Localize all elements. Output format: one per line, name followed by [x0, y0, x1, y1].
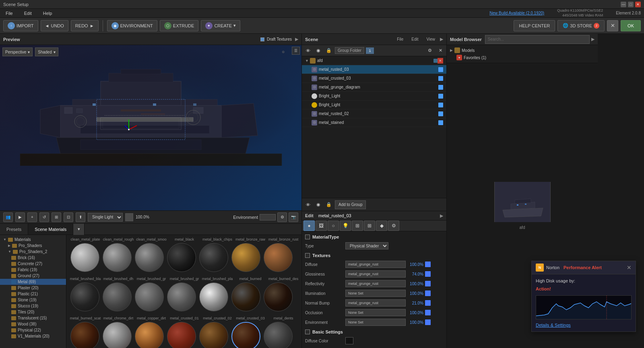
mat-item-metal-chrome-dirt[interactable]: [102, 321, 132, 348]
import-button[interactable]: ↑ IMPORT: [3, 20, 38, 31]
mat-item-metal-crusted-01[interactable]: [166, 321, 197, 348]
scene-settings-button[interactable]: ⚙: [425, 46, 434, 55]
scene-circle-button[interactable]: ◉: [314, 46, 323, 55]
norton-close-button[interactable]: ✕: [627, 264, 632, 271]
mat-folder-plaster[interactable]: Plaster (20): [0, 285, 66, 291]
reflectivity-dot[interactable]: [425, 281, 431, 286]
ok-button[interactable]: OK: [621, 20, 641, 31]
mat-item-clean-metal-plate[interactable]: [70, 242, 100, 273]
mat-item-metal-brushed-bla[interactable]: [70, 282, 100, 312]
mat-item-metal-burned-des[interactable]: [263, 282, 293, 312]
close-x-button[interactable]: ✕: [607, 20, 618, 31]
scene-close-button[interactable]: ✕: [436, 46, 445, 55]
store-button[interactable]: 🌐 3D STORE 2: [557, 20, 605, 31]
menu-help[interactable]: Help: [41, 10, 55, 16]
illumination-texture-box[interactable]: None Set: [345, 290, 406, 297]
normal-bump-texture-box[interactable]: metal_grunge_rust: [345, 299, 406, 307]
mat-folder-plastic[interactable]: Plastic (21): [0, 291, 66, 297]
mat-item-metal-brushed-gr1[interactable]: [134, 282, 165, 312]
material-uv-button[interactable]: ⊞: [352, 220, 363, 231]
scene-item-metal-crusted-03[interactable]: ⊡ metal_crusted_03: [302, 74, 446, 83]
material-image-button[interactable]: 🖼: [316, 220, 327, 231]
timeline-settings-button[interactable]: ⚙: [277, 212, 287, 222]
diffuse-texture-box[interactable]: metal_grunge_rust: [345, 261, 406, 268]
timeline-add-button[interactable]: +: [27, 212, 37, 222]
scene-tab-view[interactable]: View: [423, 36, 439, 42]
timeline-export-button[interactable]: ⬆: [76, 212, 85, 222]
scene-item-metal-grunge-diagram[interactable]: ⊡ metal_grunge_diagram: [302, 83, 446, 92]
basic-settings-checkbox[interactable]: [305, 329, 310, 334]
new-build-link[interactable]: New Build Available (2.0.1920): [489, 11, 544, 15]
close-button[interactable]: ✕: [635, 2, 641, 7]
reflectivity-texture-box[interactable]: metal_grunge_rust: [345, 280, 406, 287]
redo-button[interactable]: REDO ►: [71, 20, 99, 31]
mat-item-metal-brushed-gr2[interactable]: [166, 282, 197, 312]
scene-tab-edit[interactable]: Edit: [408, 36, 421, 42]
scene-item-metal-rusted-02[interactable]: ⊡ metal_rusted_02: [302, 109, 446, 118]
menu-edit[interactable]: Edit: [22, 10, 34, 16]
browser-expand-icon[interactable]: ▶: [591, 37, 594, 42]
browser-search-input[interactable]: [485, 35, 590, 44]
scene-vis-button[interactable]: 👁: [303, 46, 312, 55]
scene-bottom-vis-button[interactable]: 👁: [303, 200, 312, 209]
mat-folder-wood[interactable]: Wood (38): [0, 321, 66, 327]
material-type-checkbox[interactable]: [305, 235, 310, 239]
material-diamond-button[interactable]: ◆: [376, 220, 387, 231]
environment-toggle[interactable]: [260, 214, 276, 220]
light-color-button[interactable]: [125, 213, 133, 221]
scene-expand-icon[interactable]: ▶: [440, 37, 443, 42]
material-grid-button[interactable]: ⊞: [364, 220, 375, 231]
mat-item-metal-burned[interactable]: [231, 282, 261, 312]
scene-item-metal-stained[interactable]: ⊡ metal_stained: [302, 118, 446, 127]
mat-folder-ground[interactable]: Ground (27): [0, 273, 66, 279]
occlusion-texture-box[interactable]: None Set: [345, 309, 406, 316]
browser-item-models[interactable]: ▶ Models: [448, 47, 596, 54]
timeline-frame-button[interactable]: ⊡: [64, 212, 73, 222]
mat-folder-pro-shaders-2[interactable]: ▼ Pro_Shaders_2: [0, 249, 66, 255]
occlusion-dot[interactable]: [425, 310, 431, 315]
mat-item-metal-bronze-rust[interactable]: [263, 242, 293, 273]
mat-item-metal-black[interactable]: [166, 242, 197, 273]
mat-item-metal-dents[interactable]: [263, 321, 293, 348]
timeline-people-button[interactable]: 👥: [3, 212, 13, 222]
mat-item-metal-burned-scat[interactable]: [70, 321, 100, 348]
illumination-dot[interactable]: [425, 290, 431, 296]
timeline-play-button[interactable]: ▶: [15, 212, 25, 222]
material-settings-button[interactable]: ⚙: [388, 220, 399, 231]
menu-file[interactable]: File: [3, 10, 15, 16]
glossiness-dot[interactable]: [425, 271, 431, 277]
undo-button[interactable]: ◄ UNDO: [41, 20, 68, 31]
viewport-menu-button[interactable]: ☰: [292, 47, 300, 55]
3d-viewport[interactable]: ⊕: [0, 45, 301, 210]
timeline-camera-button[interactable]: 📷: [289, 212, 298, 222]
maximize-button[interactable]: □: [628, 2, 634, 7]
normal-bump-dot[interactable]: [425, 300, 431, 306]
environment-button[interactable]: ◉ ENVIRONMENT: [107, 20, 157, 31]
minimize-button[interactable]: —: [621, 2, 626, 7]
mat-item-metal-crusted-03[interactable]: [231, 321, 261, 348]
light-selector[interactable]: Single Light: [88, 213, 123, 222]
mat-folder-fabric[interactable]: Fabric (19): [0, 267, 66, 273]
scene-item-metal-rusted-03[interactable]: ⊡ metal_rusted_03: [302, 65, 446, 74]
create-button[interactable]: ✦ CREATE ▾: [201, 20, 240, 31]
mat-item-clean-metal-smoo[interactable]: [134, 242, 165, 273]
mat-folder-tiles[interactable]: Tiles (20): [0, 309, 66, 315]
mat-folder-pro-shaders[interactable]: ▶ Pro_Shaders: [0, 243, 66, 249]
environment-texture-box[interactable]: None Set: [345, 319, 406, 326]
textures-checkbox[interactable]: [305, 253, 310, 258]
scene-item-afd[interactable]: ▼ afd ✕: [302, 56, 446, 65]
scene-item-bright-light-2[interactable]: Bright_Light: [302, 101, 446, 109]
bottom-toggle[interactable]: ▾: [73, 224, 85, 235]
environment-dot[interactable]: [425, 319, 431, 325]
diffuse-dot[interactable]: [425, 262, 431, 267]
perspective-dropdown[interactable]: Perspective ▾: [2, 47, 33, 56]
mat-item-metal-black-chips[interactable]: [198, 242, 229, 273]
mat-item-metal-copper-dirt[interactable]: [134, 321, 165, 348]
add-to-group-button[interactable]: Add to Group: [335, 200, 366, 209]
help-center-button[interactable]: HELP CENTER: [514, 20, 555, 31]
mat-folder-translucent[interactable]: Translucent (15): [0, 315, 66, 321]
scene-bottom-circle-button[interactable]: ◉: [314, 200, 323, 209]
preview-expand-icon[interactable]: ▶: [295, 37, 298, 42]
viewport-area[interactable]: Perspective ▾ Shaded ▾ Model: Multiple M…: [0, 45, 301, 210]
scene-bottom-lock-button[interactable]: 🔒: [324, 200, 333, 209]
